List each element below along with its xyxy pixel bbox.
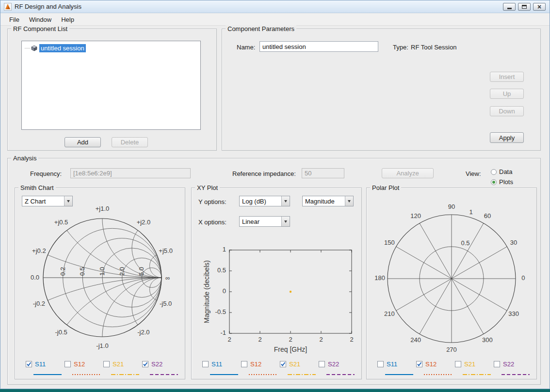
smith-S11-checkbox[interactable]	[26, 361, 32, 367]
smith-chart-panel: Smith Chart Z Chart +j0.2-j0.2+j0.5-j0.5…	[15, 188, 185, 379]
name-field[interactable]	[259, 41, 378, 52]
maximize-button[interactable]	[518, 3, 531, 11]
S11-line-sample	[210, 369, 241, 372]
svg-text:2.0: 2.0	[118, 267, 126, 276]
polar-plot-title: Polar Plot	[370, 184, 401, 191]
svg-text:0.2: 0.2	[59, 267, 66, 276]
svg-text:Magnitude (decibels): Magnitude (decibels)	[203, 260, 210, 323]
tree-item-label: untitled session	[39, 44, 86, 52]
chevron-down-icon	[281, 217, 290, 226]
smith-S21-checkbox[interactable]	[103, 361, 110, 367]
smith-chart-title: Smith Chart	[18, 184, 56, 191]
smith-S21-legend-item: S21	[103, 361, 142, 372]
smith-chart: +j0.2-j0.2+j0.5-j0.5+j1.0-j1.0+j2.0-j2.0…	[15, 203, 186, 360]
impedance-field[interactable]: 50	[302, 168, 344, 178]
svg-text:2: 2	[258, 336, 261, 343]
add-button[interactable]: Add	[65, 137, 101, 147]
menu-window[interactable]: Window	[24, 15, 56, 25]
tree-item-session[interactable]: untitled session	[25, 44, 200, 52]
close-button[interactable]: ×	[533, 3, 546, 11]
matlab-app-icon	[4, 3, 12, 11]
insert-button[interactable]: Insert	[490, 72, 524, 82]
type-label: Type:	[393, 44, 408, 51]
xy-S22-legend-item: S22	[319, 361, 357, 372]
y-quantity-dropdown[interactable]: Magnitude	[302, 196, 354, 206]
svg-text:1: 1	[223, 246, 226, 253]
polar-plot-panel: Polar Plot 03060901201501802102402703003…	[366, 188, 537, 379]
xy-S11-legend-item: S11	[202, 361, 241, 372]
up-button[interactable]: Up	[490, 89, 524, 99]
plots-radio-label: Plots	[499, 178, 513, 186]
menu-file[interactable]: File	[4, 15, 24, 25]
series-label: S12	[250, 361, 261, 368]
smith-legend: S11S12S21S22	[26, 361, 181, 372]
app-window: RF Design and Analysis × File Window Hel…	[0, 0, 550, 389]
polar-S11-legend-item: S11	[377, 361, 416, 372]
polar-S21-legend-item: S21	[455, 361, 494, 372]
svg-text:270: 270	[446, 346, 457, 353]
maximize-icon	[522, 5, 527, 9]
svg-text:2: 2	[227, 336, 231, 343]
svg-text:-j1.0: -j1.0	[96, 342, 108, 349]
menu-help[interactable]: Help	[56, 15, 79, 25]
series-label: S11	[211, 361, 222, 368]
component-tree[interactable]: untitled session	[21, 41, 201, 130]
smith-S12-checkbox[interactable]	[65, 361, 71, 367]
polar-S21-checkbox[interactable]	[455, 361, 461, 367]
svg-text:1.0: 1.0	[98, 267, 106, 276]
S22-line-sample	[150, 369, 181, 372]
plots-radio-button[interactable]	[491, 179, 497, 185]
y-scale-dropdown[interactable]: Log (dB)	[239, 196, 290, 206]
view-label: View:	[466, 170, 481, 177]
titlebar[interactable]: RF Design and Analysis ×	[0, 0, 550, 13]
svg-text:180: 180	[374, 274, 385, 282]
xy-plot-chart: 10.50-0.5-122222Freq [GHz]Magnitude (dec…	[198, 233, 358, 354]
delete-button[interactable]: Delete	[112, 137, 148, 147]
y-options-label: Y options:	[198, 198, 226, 205]
svg-text:30: 30	[510, 239, 517, 246]
minimize-icon	[507, 8, 512, 9]
S22-line-sample	[326, 369, 357, 372]
polar-S22-checkbox[interactable]	[494, 361, 500, 367]
svg-text:+j1.0: +j1.0	[96, 205, 110, 212]
svg-text:2: 2	[350, 336, 353, 343]
polar-S11-checkbox[interactable]	[377, 361, 384, 367]
view-data-radio[interactable]: Data	[491, 168, 512, 175]
y-quantity-value: Magnitude	[305, 198, 335, 205]
window-controls: ×	[503, 3, 546, 11]
impedance-label: Reference impedance:	[232, 170, 296, 177]
down-button[interactable]: Down	[490, 106, 524, 116]
svg-text:-0.5: -0.5	[215, 308, 226, 315]
svg-text:240: 240	[410, 336, 421, 344]
analyze-button[interactable]: Analyze	[382, 168, 434, 178]
svg-text:150: 150	[384, 239, 395, 246]
x-scale-dropdown[interactable]: Linear	[239, 216, 290, 227]
view-plots-radio[interactable]: Plots	[491, 178, 513, 186]
minimize-button[interactable]	[503, 3, 516, 11]
svg-text:330: 330	[508, 310, 519, 317]
menubar: File Window Help	[0, 14, 550, 26]
polar-S12-checkbox[interactable]	[416, 361, 422, 367]
series-label: S21	[289, 361, 300, 368]
svg-text:5.0: 5.0	[138, 267, 145, 276]
svg-text:∞: ∞	[165, 274, 170, 282]
xy-S11-checkbox[interactable]	[202, 361, 209, 367]
xy-S21-checkbox[interactable]	[280, 361, 286, 367]
apply-button[interactable]: Apply	[490, 132, 524, 143]
S12-line-sample	[424, 369, 455, 372]
xy-S22-checkbox[interactable]	[319, 361, 325, 367]
series-label: S11	[35, 361, 46, 368]
frequency-field[interactable]: [1e8:5e6:2e9]	[70, 168, 191, 178]
rf-component-list-title: RF Component List	[11, 25, 69, 32]
component-cube-icon	[31, 45, 37, 51]
xy-S12-checkbox[interactable]	[241, 361, 247, 367]
series-label: S22	[503, 361, 514, 368]
series-label: S22	[151, 361, 162, 368]
polar-S12-legend-item: S12	[416, 361, 455, 372]
svg-text:0.5: 0.5	[217, 267, 226, 274]
smith-S22-checkbox[interactable]	[142, 361, 148, 367]
svg-text:-j0.2: -j0.2	[33, 300, 45, 307]
data-radio-button[interactable]	[491, 169, 497, 175]
xy-plot-panel: XY Plot Y options: Log (dB) Magnitude X …	[191, 188, 362, 379]
svg-text:+j5.0: +j5.0	[159, 247, 173, 254]
